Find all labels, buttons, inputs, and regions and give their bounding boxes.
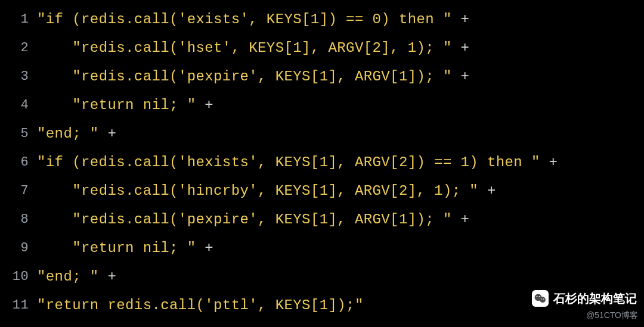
line-number: 10 <box>0 269 37 284</box>
code-line: 3 "redis.call('pexpire', KEYS[1], ARGV[1… <box>0 62 644 91</box>
concat-operator: + <box>452 68 470 85</box>
string-literal: "return nil; " <box>72 97 196 113</box>
code-content: "redis.call('hincrby', KEYS[1], ARGV[2],… <box>37 183 644 199</box>
code-content: "redis.call('pexpire', KEYS[1], ARGV[1])… <box>37 68 644 85</box>
code-content: "return nil; " + <box>37 240 644 256</box>
line-number: 6 <box>0 155 37 170</box>
code-content: "redis.call('hset', KEYS[1], ARGV[2], 1)… <box>37 40 644 56</box>
code-line: 9 "return nil; " + <box>0 233 644 262</box>
code-line: 7 "redis.call('hincrby', KEYS[1], ARGV[2… <box>0 176 644 205</box>
code-content: "redis.call('pexpire', KEYS[1], ARGV[1])… <box>37 211 644 228</box>
string-literal: "redis.call('hset', KEYS[1], ARGV[2], 1)… <box>72 40 452 56</box>
concat-operator: + <box>196 240 213 256</box>
concat-operator: + <box>99 126 117 142</box>
string-literal: "redis.call('pexpire', KEYS[1], ARGV[1])… <box>72 211 452 228</box>
credit-text: @51CTO博客 <box>586 310 638 321</box>
concat-operator: + <box>452 40 470 56</box>
string-literal: "if (redis.call('exists', KEYS[1]) == 0)… <box>37 11 452 27</box>
line-number: 5 <box>0 126 37 141</box>
code-line: 1"if (redis.call('exists', KEYS[1]) == 0… <box>0 5 644 33</box>
string-literal: "redis.call('hincrby', KEYS[1], ARGV[2],… <box>72 183 478 199</box>
line-number: 7 <box>0 183 37 198</box>
svg-point-4 <box>541 298 542 300</box>
line-number: 1 <box>0 12 37 27</box>
svg-point-3 <box>539 296 540 297</box>
watermark-text: 石杉的架构笔记 <box>553 291 637 307</box>
code-editor: 1"if (redis.call('exists', KEYS[1]) == 0… <box>0 0 644 327</box>
code-line: 2 "redis.call('hset', KEYS[1], ARGV[2], … <box>0 33 644 62</box>
concat-operator: + <box>196 97 213 113</box>
code-line: 6"if (redis.call('hexists', KEYS[1], ARG… <box>0 148 644 176</box>
code-content: "end; " + <box>37 269 644 285</box>
svg-point-2 <box>536 296 537 297</box>
code-line: 8 "redis.call('pexpire', KEYS[1], ARGV[1… <box>0 205 644 233</box>
wechat-icon <box>532 290 549 307</box>
code-content: "return nil; " + <box>37 97 644 113</box>
concat-operator: + <box>452 211 470 228</box>
string-literal: "end; " <box>37 269 99 285</box>
line-number: 3 <box>0 69 37 84</box>
string-literal: "end; " <box>37 126 99 142</box>
svg-point-1 <box>540 297 546 303</box>
string-literal: "return nil; " <box>72 240 196 256</box>
svg-point-5 <box>543 298 544 300</box>
concat-operator: + <box>99 269 117 285</box>
line-number: 9 <box>0 241 37 256</box>
string-literal: "redis.call('pexpire', KEYS[1], ARGV[1])… <box>72 68 452 85</box>
code-line: 5"end; " + <box>0 119 644 148</box>
code-content: "if (redis.call('exists', KEYS[1]) == 0)… <box>37 11 644 27</box>
line-number: 8 <box>0 212 37 227</box>
concat-operator: + <box>478 183 496 199</box>
watermark-badge: 石杉的架构笔记 <box>532 290 637 307</box>
string-literal: "if (redis.call('hexists', KEYS[1], ARGV… <box>37 154 540 170</box>
line-number: 11 <box>0 298 37 313</box>
line-number: 4 <box>0 98 37 113</box>
code-content: "if (redis.call('hexists', KEYS[1], ARGV… <box>37 154 644 170</box>
string-literal: "return redis.call('pttl', KEYS[1]);" <box>37 297 364 313</box>
code-content: "end; " + <box>37 126 644 142</box>
code-line: 10"end; " + <box>0 262 644 291</box>
line-number: 2 <box>0 41 37 55</box>
concat-operator: + <box>540 154 558 170</box>
concat-operator: + <box>452 11 470 27</box>
code-line: 4 "return nil; " + <box>0 91 644 119</box>
